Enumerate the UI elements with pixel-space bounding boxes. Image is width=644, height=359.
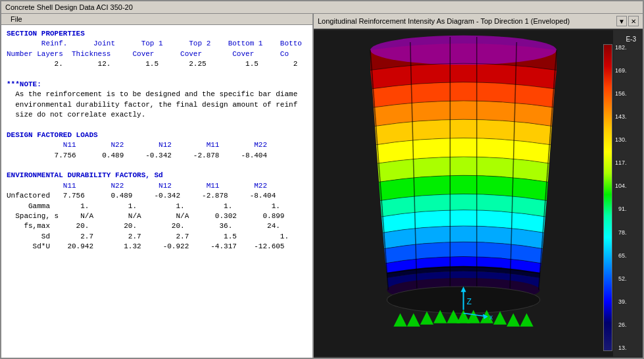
svg-text:x: x (489, 314, 493, 321)
main-window: Concrete Shell Design Data ACI 350-20 Fi… (0, 0, 644, 359)
legend-val-1: 169. (615, 67, 627, 74)
env-spacing: Spacing, s N/A N/A N/A 0.302 0.899 (7, 212, 284, 220)
note-line-3: size do not correlate exactly. (7, 111, 145, 119)
design-data-text: SECTION PROPERTIES Reinf. Joint Top 1 To… (7, 29, 307, 252)
env-fsmax: fs,max 20. 20. 20. 36. 24. (7, 222, 280, 230)
tank-svg: Z x (314, 29, 613, 358)
legend-val-13: 13. (615, 345, 627, 351)
window-title-bar: Concrete Shell Design Data ACI 350-20 (1, 1, 643, 14)
col-headers-2: Number Layers Thickness Cover Cover Cove… (7, 50, 289, 58)
note-line-1: As the reinforcement is to be designed a… (7, 90, 297, 98)
file-menu[interactable]: File (7, 14, 26, 24)
section-properties-header: SECTION PROPERTIES (7, 30, 85, 38)
note-line-2: environmental durability factor, the fin… (7, 101, 297, 109)
legend-val-5: 117. (615, 159, 627, 166)
env-sdu: Sd*U 20.942 1.32 -0.922 -4.317 -12.605 (7, 242, 284, 250)
col-headers-1: Reinf. Joint Top 1 Top 2 Bottom 1 Botto (7, 40, 302, 47)
design-cols: N11 N22 N12 M11 M22 (7, 141, 267, 149)
env-unfactored: Unfactored 7.756 0.489 -0.342 -2.878 -8.… (7, 192, 276, 200)
design-header: DESIGN FACTORED LOADS (7, 131, 98, 139)
note-header: ***NOTE: (7, 80, 41, 88)
legend-val-10: 52. (615, 275, 627, 282)
legend-val-8: 78. (615, 229, 627, 236)
legend-val-3: 143. (615, 113, 627, 120)
right-panel-title: Longitudinal Reinforcement Intensity As … (318, 17, 570, 25)
legend-val-6: 104. (615, 182, 627, 189)
legend-val-0: 182. (615, 44, 627, 51)
legend-val-12: 26. (615, 321, 627, 328)
svg-text:Z: Z (467, 297, 472, 306)
legend-val-2: 156. (615, 90, 627, 97)
env-sd: Sd 2.7 2.7 2.7 1.5 1. (7, 233, 289, 240)
shape-canvas: Z x (314, 29, 613, 358)
left-panel: File SECTION PROPERTIES Reinf. Joint Top… (1, 14, 314, 358)
close-button[interactable]: ✕ (628, 16, 639, 26)
color-legend: E-3 182. 169. 156. 143. 130. 117. 104. (613, 36, 636, 351)
right-panel: Longitudinal Reinforcement Intensity As … (314, 14, 643, 358)
design-data: 7.756 0.489 -0.342 -2.878 -8.404 (7, 152, 267, 159)
legend-val-7: 91. (615, 206, 627, 212)
window-title: Concrete Shell Design Data ACI 350-20 (5, 3, 133, 11)
right-panel-controls: ▼ ✕ (616, 16, 639, 26)
legend-val-9: 65. (615, 252, 627, 259)
legend-val-11: 39. (615, 298, 627, 305)
legend-unit: E-3 (626, 36, 636, 43)
view-area: Z x E-3 182. 169. (314, 29, 643, 358)
section-data-row: 2. 12. 1.5 2.25 1.5 2 (7, 60, 297, 68)
right-panel-title-bar: Longitudinal Reinforcement Intensity As … (314, 14, 643, 29)
legend-val-4: 130. (615, 136, 627, 143)
content-area: File SECTION PROPERTIES Reinf. Joint Top… (1, 14, 643, 358)
svg-point-1 (370, 36, 557, 65)
env-header: ENVIRONMENTAL DURABILITY FACTORS, Sd (7, 171, 163, 179)
env-gamma: Gamma 1. 1. 1. 1. 1. (7, 202, 280, 210)
menu-bar: File (1, 14, 312, 25)
env-cols: N11 N22 N12 M11 M22 (7, 182, 267, 190)
dropdown-button[interactable]: ▼ (616, 16, 627, 26)
